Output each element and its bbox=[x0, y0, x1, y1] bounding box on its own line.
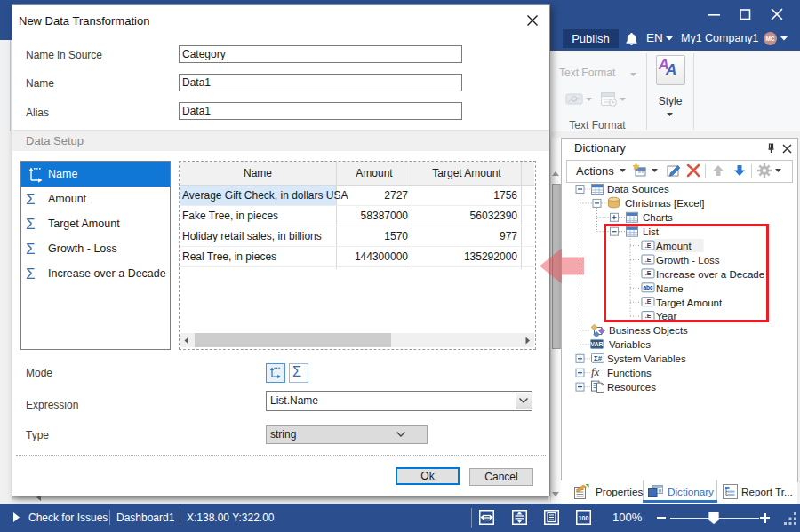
svg-text:fx: fx bbox=[591, 365, 600, 378]
svg-text:VAR: VAR bbox=[590, 341, 603, 347]
svg-text:System Variables: System Variables bbox=[607, 353, 686, 364]
svg-text:Business Objects: Business Objects bbox=[609, 325, 688, 336]
svg-text:100: 100 bbox=[579, 515, 589, 521]
svg-text:Variables: Variables bbox=[609, 339, 651, 350]
svg-text:Data Sources: Data Sources bbox=[607, 184, 669, 195]
svg-text:Resources: Resources bbox=[607, 382, 656, 393]
svg-text:Charts: Charts bbox=[643, 212, 673, 223]
svg-text:Σ#: Σ# bbox=[594, 354, 603, 362]
svg-text:Christmas [Excel]: Christmas [Excel] bbox=[625, 198, 704, 209]
svg-text:Functions: Functions bbox=[607, 368, 652, 378]
